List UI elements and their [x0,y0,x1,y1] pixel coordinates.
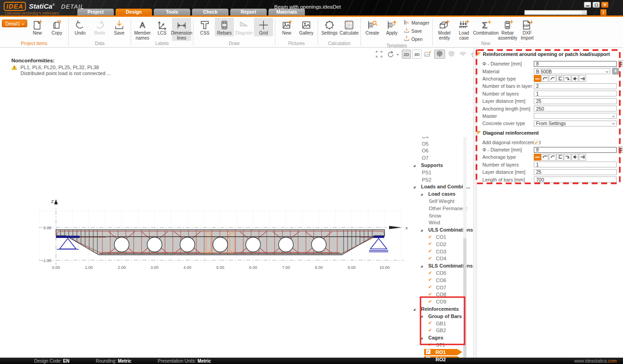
spinner-control[interactable] [618,61,623,67]
anchorage-type-4-button[interactable] [557,154,564,161]
tree-expander-icon[interactable]: ◢ [420,314,423,318]
rebars-button[interactable]: Rebars [215,18,234,36]
close-button[interactable]: × [601,2,608,8]
section-header[interactable]: Diagonal reinforcement [477,129,623,136]
grid-button[interactable]: Grid [254,18,273,36]
search-input[interactable] [525,10,582,15]
create-button[interactable]: Create [363,18,382,36]
anchorage-type-6-button[interactable] [572,154,579,161]
open-button[interactable]: Open [402,35,431,43]
save-button[interactable]: Save [402,27,431,35]
orbit-icon[interactable] [385,50,395,59]
member-names-button[interactable]: AMember names [133,18,152,41]
css-button[interactable]: CSS [195,18,214,36]
checkbox[interactable]: ✔ [428,270,432,275]
tree-scrollbar-thumb[interactable] [463,238,466,364]
detail-selector-button[interactable]: Detail1 [2,20,27,27]
spinner-control[interactable] [618,147,623,153]
anchorage-type-1-button[interactable] [534,154,541,161]
undo-button[interactable]: Undo [71,18,90,36]
add-diagonal-reinforcement-checkbox[interactable]: ✔ [534,140,539,145]
diameter-mm-input[interactable]: 8 [534,61,617,67]
number-of-bars-in-layer-input[interactable]: 2 [534,83,617,89]
checkbox[interactable]: ✔ [426,349,431,354]
clip-plane-icon[interactable] [458,50,468,59]
beam-drawing[interactable]: Zx0.00-1.000.001.002.003.004.005.006.007… [25,196,416,274]
anchorage-type-5-button[interactable] [564,154,571,161]
lcs-button[interactable]: LCS [152,18,172,36]
tab-materials[interactable]: Materials [268,9,305,15]
anchorage-type-3-button[interactable] [549,154,556,161]
checkbox[interactable]: ✔ [428,320,432,325]
save-button[interactable]: Save [110,18,129,36]
tree-expander-icon[interactable]: ◢ [420,336,423,339]
settings-button[interactable]: Settings [320,18,339,36]
transparent-view-icon[interactable] [446,50,456,59]
combination-button[interactable]: ΣCombination [474,18,497,36]
tab-check[interactable]: Check [192,9,228,15]
checkbox[interactable]: ✔ [428,234,432,239]
panel-splitter[interactable] [473,48,477,358]
tab-design[interactable]: Design [116,9,152,15]
minimize-button[interactable] [584,2,591,8]
info-button[interactable]: i [600,9,607,15]
calculate-button[interactable]: +−×÷Calculate [339,18,359,36]
anchorage-type-1-button[interactable] [534,75,541,82]
solid-view-icon[interactable] [434,50,445,59]
number-of-layers-input[interactable]: 1 [534,91,617,96]
number-of-layers-input[interactable]: 1 [534,162,617,167]
dxf-import-button[interactable]: DXFDXF Import [517,18,537,41]
gallery-button[interactable]: Gallery [297,18,316,36]
add-material-button[interactable]: + [612,68,619,75]
apply-button[interactable]: Apply [382,18,401,36]
checkbox[interactable]: ✔ [428,241,432,246]
copy-button[interactable]: Copy [47,18,66,36]
anchorage-type-5-button[interactable] [564,75,571,82]
nonconformity-codes[interactable]: PL1, PL6, PL20, PL25, PL32, PL38 [20,65,111,71]
tree-scrollbar[interactable] [463,137,466,364]
checkbox[interactable]: ✔ [428,328,432,333]
anchorage-type-6-button[interactable] [572,75,579,82]
anchorage-type-2-button[interactable] [542,75,549,82]
view-2d-button[interactable]: 2D [402,50,411,59]
length-of-bars-mm-input[interactable]: 700 [534,177,617,182]
tab-project[interactable]: Project [77,9,114,15]
tab-report[interactable]: Report [230,9,267,15]
checkbox[interactable]: ✔ [428,277,432,282]
anchoring-length-mm-input[interactable]: 250 [534,106,617,111]
layer-distance-mm-input[interactable]: 25 [534,98,617,104]
checkbox[interactable]: ✔ [428,256,432,261]
search-box[interactable] [524,10,587,15]
tree-expander-icon[interactable]: ◢ [413,164,415,167]
new-button[interactable]: New [277,18,296,36]
tab-tools[interactable]: Tools [154,9,190,15]
checkbox[interactable]: ✔ [428,342,432,347]
fit-view-icon[interactable] [374,50,384,59]
anchorage-type-3-button[interactable] [549,75,556,82]
anchorage-type-7-button[interactable] [579,154,586,161]
website-link[interactable]: www.ideastatica.com [574,359,617,364]
checkbox[interactable]: ✔ [428,292,432,297]
checkbox[interactable]: ✔ [428,299,432,304]
master-dropdown[interactable] [534,113,617,119]
checkbox[interactable]: ✔ [428,284,432,289]
tree-expander-icon[interactable]: ◢ [420,192,423,196]
anchorage-type-2-button[interactable] [542,154,549,161]
tree-expander-icon[interactable]: ◢ [420,264,423,268]
view-3d-button[interactable]: 3D [412,50,421,59]
rebar-assembly-button[interactable]: Rebar assembly [498,18,517,41]
load-case-button[interactable]: Load case [454,18,473,41]
new-picture-icon[interactable] [423,50,433,59]
tree-expander-icon[interactable]: ◢ [413,185,415,188]
concrete-cover-type-dropdown[interactable]: From Settings [534,121,617,126]
new-button[interactable]: New [28,18,47,36]
dimension-lines-button[interactable]: Dimension lines [172,18,191,41]
tree-expander-icon[interactable]: ◢ [413,308,415,311]
material-dropdown[interactable]: B 500B [534,68,610,74]
anchorage-type-4-button[interactable] [557,75,564,82]
manager-button[interactable]: Manager [402,19,431,27]
chevron-down-icon[interactable] [396,53,399,56]
checkbox[interactable]: ✔ [428,248,432,253]
section-header[interactable]: Reinforcement around opening or patch lo… [477,51,623,58]
model-entity-button[interactable]: Model entity [435,18,454,41]
